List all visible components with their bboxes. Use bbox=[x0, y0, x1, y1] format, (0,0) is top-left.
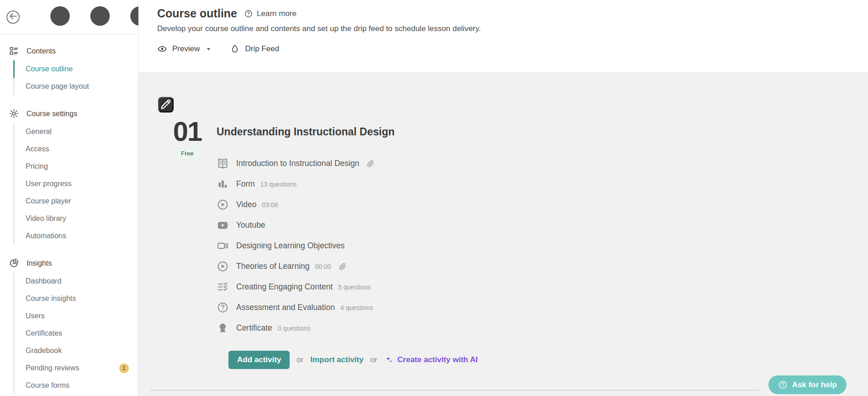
activity-label: Creating Engaging Content bbox=[236, 282, 333, 292]
sidebar-section-header-course-settings[interactable]: Course settings bbox=[0, 104, 138, 123]
sidebar-item-pricing[interactable]: Pricing bbox=[13, 158, 138, 175]
preview-button[interactable]: Preview bbox=[157, 44, 212, 54]
activity-label: Certificate bbox=[236, 323, 272, 333]
eye-icon bbox=[157, 44, 167, 54]
gear-icon bbox=[9, 108, 19, 119]
youtube-icon bbox=[217, 219, 229, 231]
sidebar-item-general[interactable]: General bbox=[13, 123, 138, 140]
activity-meta: 5 questions bbox=[338, 284, 371, 291]
sidebar-item-label: Course page layout bbox=[26, 82, 89, 91]
sidebar-item-label: Pending reviews bbox=[26, 364, 79, 372]
sidebar-item-dashboard[interactable]: Dashboard bbox=[13, 273, 138, 290]
sidebar-item-label: Certificates bbox=[26, 329, 62, 337]
sidebar-item-certificates[interactable]: Certificates bbox=[13, 325, 138, 342]
activity-label: Theories of Learning bbox=[236, 262, 310, 271]
drip-feed-button[interactable]: Drip Feed bbox=[230, 44, 279, 54]
activity-row-theories-of-learning[interactable]: Theories of Learning00:00 bbox=[217, 256, 478, 277]
or-text: or bbox=[296, 355, 303, 364]
droplet-icon bbox=[230, 44, 240, 54]
sidebar-section-items: Course outlineCourse page layout bbox=[13, 60, 138, 95]
course-outline-content: 01 Free Understanding Instructional Desi… bbox=[138, 72, 868, 396]
sidebar-item-label: Video library bbox=[26, 214, 66, 223]
drip-feed-label: Drip Feed bbox=[245, 44, 279, 54]
activity-list: Introduction to Instructional DesignForm… bbox=[217, 153, 478, 338]
create-activity-ai-link[interactable]: Create activity with AI bbox=[384, 355, 478, 364]
activity-row-video[interactable]: Video03:08 bbox=[217, 194, 478, 215]
sidebar-item-video-library[interactable]: Video library bbox=[13, 210, 138, 227]
learn-more-label: Learn more bbox=[257, 9, 296, 18]
activity-meta: 00:00 bbox=[315, 263, 331, 270]
sidebar-section-header-insights[interactable]: Insights bbox=[0, 254, 138, 273]
sidebar-item-pending-reviews[interactable]: Pending reviews1 bbox=[13, 359, 138, 377]
activity-meta: 4 questions bbox=[340, 304, 373, 311]
activity-label: Youtube bbox=[236, 220, 265, 230]
paperclip-icon[interactable] bbox=[338, 262, 347, 271]
add-activity-button[interactable]: Add activity bbox=[228, 351, 290, 369]
sidebar-item-label: Course player bbox=[26, 197, 71, 205]
sidebar-item-course-forms[interactable]: Course forms bbox=[13, 377, 138, 394]
activity-row-certificate[interactable]: Certificate0 questions bbox=[217, 318, 478, 338]
import-activity-link[interactable]: Import activity bbox=[310, 355, 363, 364]
free-badge: Free bbox=[177, 149, 198, 158]
outline-list-icon bbox=[9, 46, 19, 56]
create-activity-ai-label: Create activity with AI bbox=[397, 355, 478, 364]
app: Instructional Design ... ContentsCourse … bbox=[0, 0, 868, 396]
preview-label: Preview bbox=[172, 44, 200, 54]
sidebar-section-items: GeneralAccessPricingUser progressCourse … bbox=[13, 123, 138, 245]
activity-row-assessment-and-evaluation[interactable]: Assessment and Evaluation4 questions bbox=[217, 297, 478, 318]
sidebar-item-access[interactable]: Access bbox=[13, 140, 138, 158]
pie-chart-icon bbox=[9, 258, 19, 268]
activity-row-form[interactable]: Form13 questions bbox=[217, 174, 478, 194]
sidebar-item-label: General bbox=[26, 128, 52, 136]
bar-chart-icon bbox=[217, 178, 229, 190]
activity-row-creating-engaging-content[interactable]: Creating Engaging Content5 questions bbox=[217, 277, 478, 297]
toolbar: Preview Drip Feed bbox=[157, 44, 868, 54]
main-header: Course outline Learn more Develop your c… bbox=[138, 0, 868, 72]
activity-meta: 0 questions bbox=[278, 325, 311, 332]
sidebar-section-label: Contents bbox=[26, 47, 56, 55]
learn-more-link[interactable]: Learn more bbox=[244, 9, 296, 18]
checklist-icon bbox=[217, 281, 229, 293]
sidebar-item-label: Dashboard bbox=[26, 277, 61, 285]
play-circle-icon bbox=[217, 198, 229, 211]
activity-actions: Add activity or Import activity or Creat… bbox=[217, 351, 478, 369]
paperclip-icon[interactable] bbox=[366, 159, 375, 168]
sparkles-icon bbox=[384, 355, 393, 364]
chevron-down-icon bbox=[206, 46, 212, 52]
question-circle-icon bbox=[217, 301, 229, 314]
sidebar-item-course-outline[interactable]: Course outline bbox=[13, 60, 138, 78]
sidebar-item-course-player[interactable]: Course player bbox=[13, 193, 138, 210]
sidebar-item-automations[interactable]: Automations bbox=[13, 227, 138, 245]
sidebar-header: Instructional Design ... bbox=[0, 0, 138, 34]
ask-for-help-button[interactable]: Ask for help bbox=[768, 375, 847, 394]
sidebar-section-course-settings: Course settingsGeneralAccessPricingUser … bbox=[0, 104, 138, 245]
activity-row-introduction-to-instructional-design[interactable]: Introduction to Instructional Design bbox=[217, 153, 478, 174]
award-ribbon-icon bbox=[217, 322, 229, 334]
activity-label: Designing Learning Objectives bbox=[236, 241, 344, 251]
arrow-left-icon bbox=[7, 11, 19, 23]
sidebar-item-user-progress[interactable]: User progress bbox=[13, 175, 138, 193]
sidebar-item-course-insights[interactable]: Course insights bbox=[13, 290, 138, 307]
section-title[interactable]: Understanding Instructional Design bbox=[217, 126, 478, 138]
activity-label: Video bbox=[236, 200, 256, 209]
page-title: Course outline bbox=[157, 7, 237, 20]
sidebar-section-items: DashboardCourse insightsUsersCertificate… bbox=[13, 273, 138, 394]
sidebar-item-course-page-layout[interactable]: Course page layout bbox=[13, 78, 138, 95]
sidebar-item-label: Gradebook bbox=[26, 347, 62, 355]
sidebar-section-header-contents[interactable]: Contents bbox=[0, 42, 138, 60]
page-subtitle: Develop your course outline and contents… bbox=[157, 24, 868, 33]
edit-section-button[interactable] bbox=[158, 97, 174, 112]
sidebar-section-insights: InsightsDashboardCourse insightsUsersCer… bbox=[0, 254, 138, 394]
back-button[interactable] bbox=[6, 11, 20, 24]
activity-row-designing-learning-objectives[interactable]: Designing Learning Objectives bbox=[217, 235, 478, 256]
sidebar-item-users[interactable]: Users bbox=[13, 307, 138, 325]
sidebar-item-gradebook[interactable]: Gradebook bbox=[13, 342, 138, 359]
activity-row-youtube[interactable]: Youtube bbox=[217, 215, 478, 235]
sidebar-item-label: Users bbox=[26, 312, 45, 320]
sidebar-item-label: Course forms bbox=[26, 381, 69, 390]
activity-meta: 03:08 bbox=[262, 201, 278, 209]
course-section: 01 Free Understanding Instructional Desi… bbox=[158, 118, 868, 369]
pending-reviews-count-badge: 1 bbox=[119, 364, 129, 373]
activity-meta: 13 questions bbox=[260, 181, 296, 188]
sidebar-item-label: Automations bbox=[26, 232, 66, 240]
